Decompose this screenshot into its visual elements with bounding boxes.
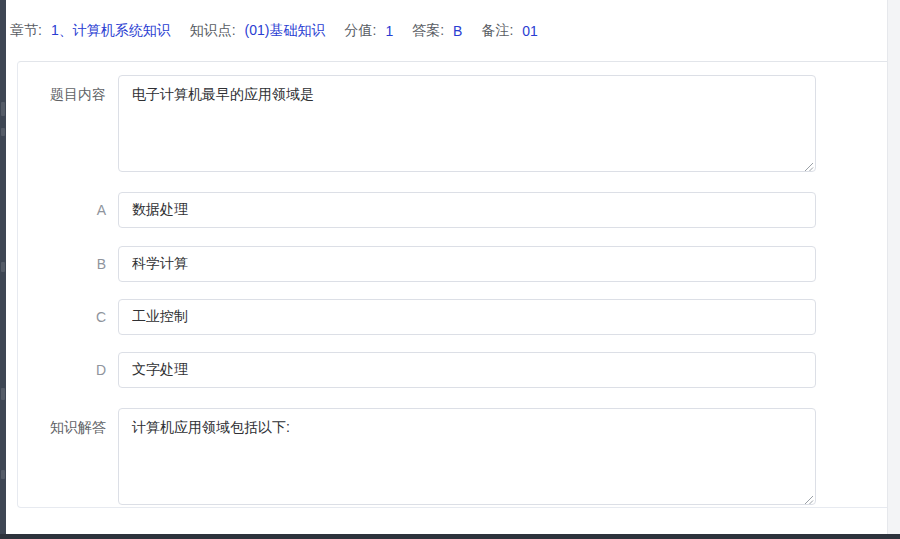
- textarea-resize-handle[interactable]: [803, 159, 814, 170]
- background-bottom-edge: [0, 534, 900, 539]
- score-label: 分值:: [344, 22, 376, 40]
- option-a-label: A: [18, 192, 118, 228]
- option-d-input[interactable]: [118, 352, 816, 388]
- remark-value: 01: [522, 23, 538, 39]
- remark-label: 备注:: [481, 22, 513, 40]
- explanation-label: 知识解答: [18, 408, 118, 437]
- option-d-label: D: [18, 352, 118, 388]
- score-value: 1: [385, 23, 393, 39]
- question-form-card: 题目内容 A B C D: [17, 61, 887, 508]
- meta-answer: 答案: B: [412, 22, 462, 40]
- knowledge-point-label: 知识点:: [190, 22, 236, 40]
- option-d-row: D: [18, 352, 816, 388]
- answer-value: B: [453, 23, 462, 39]
- chapter-value: 1、计算机系统知识: [51, 22, 171, 40]
- knowledge-point-value: (01)基础知识: [245, 22, 326, 40]
- option-a-row: A: [18, 192, 816, 228]
- option-a-input[interactable]: [118, 192, 816, 228]
- question-panel: 章节: 1、计算机系统知识 知识点: (01)基础知识 分值: 1 答案: B …: [6, 0, 888, 534]
- meta-remark: 备注: 01: [481, 22, 537, 40]
- sidebar-artifact: [1, 470, 5, 479]
- explanation-row: 知识解答: [18, 408, 816, 505]
- option-b-input[interactable]: [118, 246, 816, 282]
- explanation-textarea[interactable]: [118, 408, 816, 505]
- sidebar-artifact: [1, 388, 5, 400]
- chapter-label: 章节:: [10, 22, 42, 40]
- answer-label: 答案:: [412, 22, 444, 40]
- background-dark-sidebar: [0, 0, 6, 539]
- option-c-input[interactable]: [118, 299, 816, 335]
- sidebar-artifact: [1, 102, 5, 116]
- option-b-row: B: [18, 246, 816, 282]
- option-c-label: C: [18, 299, 118, 335]
- meta-chapter: 章节: 1、计算机系统知识: [10, 22, 171, 40]
- explanation-field: [118, 408, 816, 505]
- textarea-resize-handle[interactable]: [803, 492, 814, 503]
- question-content-label: 题目内容: [18, 75, 118, 104]
- meta-knowledge-point: 知识点: (01)基础知识: [190, 22, 326, 40]
- question-content-field: [118, 75, 816, 172]
- sidebar-artifact: [1, 262, 5, 272]
- question-content-row: 题目内容: [18, 75, 816, 172]
- option-b-label: B: [18, 246, 118, 282]
- meta-score: 分值: 1: [344, 22, 393, 40]
- question-meta-header: 章节: 1、计算机系统知识 知识点: (01)基础知识 分值: 1 答案: B …: [6, 0, 887, 61]
- sidebar-artifact: [1, 128, 5, 136]
- question-detail-page: 章节: 1、计算机系统知识 知识点: (01)基础知识 分值: 1 答案: B …: [0, 0, 900, 539]
- question-content-textarea[interactable]: [118, 75, 816, 172]
- option-c-row: C: [18, 299, 816, 335]
